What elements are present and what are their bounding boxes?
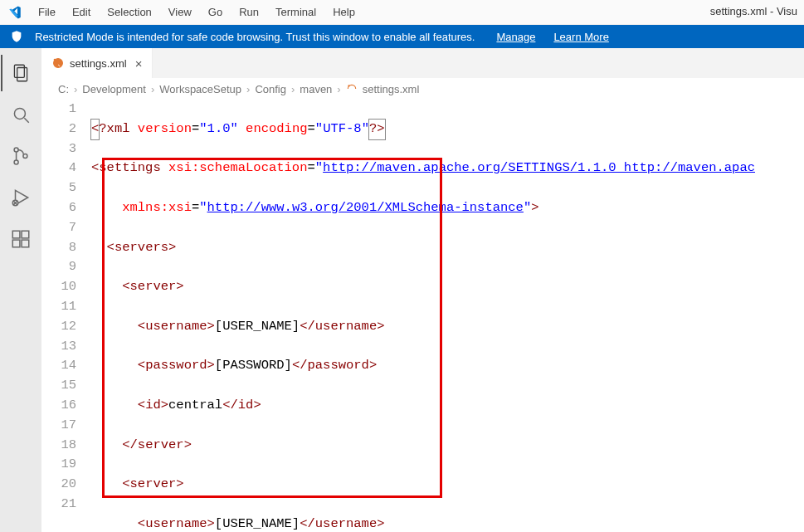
chevron-right-icon: › <box>246 83 250 95</box>
tab-label: settings.xml <box>70 57 127 70</box>
breadcrumb-part[interactable]: Development <box>82 83 146 95</box>
svg-rect-0 <box>14 65 24 77</box>
svg-rect-11 <box>22 231 29 238</box>
svg-rect-1 <box>17 68 27 81</box>
chevron-right-icon: › <box>291 83 295 95</box>
menu-help[interactable]: Help <box>324 2 363 22</box>
run-debug-icon[interactable] <box>1 179 41 216</box>
menu-bar: File Edit Selection View Go Run Terminal… <box>30 2 363 22</box>
breadcrumb-file[interactable]: settings.xml <box>363 83 420 95</box>
breadcrumb-part[interactable]: WorkspaceSetup <box>159 83 241 95</box>
xml-file-icon <box>346 83 358 95</box>
window-title: settings.xml - Visu <box>710 5 797 17</box>
editor-tabs: settings.xml × <box>41 48 804 78</box>
svg-point-5 <box>14 160 18 164</box>
source-control-icon[interactable] <box>1 138 41 174</box>
menu-go[interactable]: Go <box>200 2 231 22</box>
chevron-right-icon: › <box>74 83 77 95</box>
text-editor[interactable]: 123456789101112131415161718192021 <?xml … <box>41 100 804 532</box>
line-numbers: 123456789101112131415161718192021 <box>41 100 91 532</box>
banner-text: Restricted Mode is intended for safe cod… <box>35 31 475 43</box>
svg-point-6 <box>23 154 27 159</box>
chevron-right-icon: › <box>337 83 340 95</box>
extensions-icon[interactable] <box>1 221 41 257</box>
svg-rect-9 <box>12 240 20 247</box>
chevron-right-icon: › <box>151 83 154 95</box>
menu-selection[interactable]: Selection <box>99 2 159 22</box>
svg-rect-10 <box>22 240 29 247</box>
banner-manage-link[interactable]: Manage <box>496 31 535 43</box>
tab-settings-xml[interactable]: settings.xml × <box>41 48 153 78</box>
search-icon[interactable] <box>1 96 41 133</box>
breadcrumb-part[interactable]: Config <box>255 83 286 95</box>
menu-terminal[interactable]: Terminal <box>267 2 324 22</box>
svg-point-12 <box>54 59 56 61</box>
shield-icon <box>10 30 23 43</box>
menu-view[interactable]: View <box>160 2 200 22</box>
activity-bar <box>0 48 41 532</box>
svg-point-2 <box>14 108 25 119</box>
menu-file[interactable]: File <box>30 2 64 22</box>
svg-line-3 <box>24 118 28 122</box>
titlebar: File Edit Selection View Go Run Terminal… <box>0 0 804 25</box>
explorer-icon[interactable] <box>1 55 41 91</box>
editor-group: settings.xml × C:› Development› Workspac… <box>41 48 804 532</box>
code-content[interactable]: <?xml version="1.0" encoding="UTF-8"?> <… <box>91 100 804 532</box>
breadcrumb-part[interactable]: maven <box>300 83 332 95</box>
close-icon[interactable]: × <box>135 57 143 70</box>
svg-point-4 <box>14 148 18 152</box>
vscode-logo-icon <box>7 4 23 21</box>
breadcrumb-part[interactable]: C: <box>58 83 69 95</box>
menu-run[interactable]: Run <box>231 2 267 22</box>
menu-edit[interactable]: Edit <box>64 2 99 22</box>
xml-file-icon <box>51 56 65 70</box>
banner-learn-link[interactable]: Learn More <box>553 31 608 43</box>
restricted-mode-banner: Restricted Mode is intended for safe cod… <box>0 25 804 48</box>
breadcrumb: C:› Development› WorkspaceSetup› Config›… <box>41 78 804 100</box>
svg-rect-8 <box>12 231 20 238</box>
